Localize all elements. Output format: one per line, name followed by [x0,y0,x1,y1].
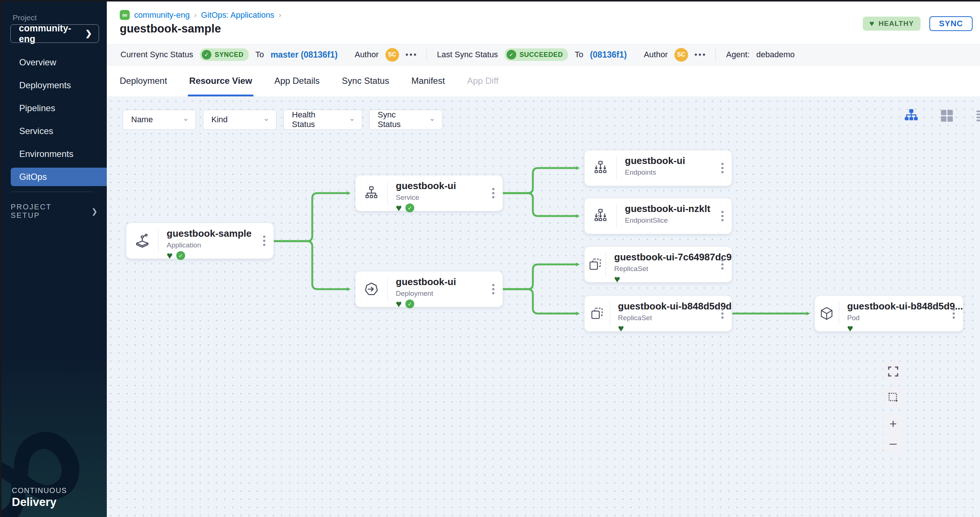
node-application-guestbook-sample[interactable]: guestbook-sample Application ♥ ✓ [126,223,274,259]
brand-continuous: CONTINUOUS [12,486,67,495]
node-status: ♥ ✓ [396,299,503,309]
node-kind: Pod [847,314,963,322]
tab-sync-status[interactable]: Sync Status [342,65,389,97]
resource-graph-canvas[interactable]: Name ⌄ Kind ⌄ Health Status ⌄ Sync Statu… [107,97,980,517]
replicaset-icon [585,296,610,331]
succeeded-badge: ✓ SUCCEEDED [505,48,568,61]
last-sync-target-link[interactable]: (08136f1) [590,50,627,60]
node-kind: ReplicaSet [614,265,732,273]
sidebar-item-services[interactable]: Services [11,122,107,140]
module-brand: CONTINUOUS Delivery [12,486,67,509]
synced-badge: ✓ SYNCED [200,48,249,61]
tab-resource-view[interactable]: Resource View [189,65,252,97]
node-kind: Deployment [396,290,503,298]
heart-icon: ♥ [870,19,874,28]
author-avatar[interactable]: SC [385,48,399,62]
header-actions: ♥ HEALTHY SYNC [863,16,973,31]
agent-value: debademo [756,50,795,59]
tab-manifest[interactable]: Manifest [411,65,445,97]
health-status-badge: ♥ HEALTHY [863,17,921,31]
author-label: Author [355,50,379,59]
tab-bar: Deployment Resource View App Details Syn… [107,65,980,97]
pod-icon [815,296,839,331]
healthy-heart-icon: ♥ [618,324,624,333]
chevron-right-icon: ❯ [85,29,92,38]
sidebar-divider [11,192,94,192]
sidebar-item-environments[interactable]: Environments [11,145,107,163]
tab-app-diff[interactable]: App Diff [467,65,498,97]
author-label: Author [644,50,668,59]
ellipsis-menu-icon[interactable] [695,54,705,56]
page-title: guestbook-sample [120,22,221,35]
check-circle-icon: ✓ [202,50,212,59]
endpointslice-icon [585,198,616,234]
healthy-heart-icon: ♥ [396,299,402,309]
node-kebab-menu[interactable] [953,308,955,319]
node-kind: EndpointSlice [625,216,732,225]
node-kebab-menu[interactable] [492,188,495,198]
node-deployment-guestbook-ui[interactable]: guestbook-ui Deployment ♥ ✓ [355,271,503,307]
replicaset-icon [585,247,606,282]
node-kebab-menu[interactable] [263,236,265,246]
node-pod-guestbook-ui-b848d5d9[interactable]: guestbook-ui-b848d5d9... Pod ♥ [815,295,963,331]
sidebar-item-deployments[interactable]: Deployments [11,76,107,95]
sync-button[interactable]: SYNC [929,16,973,31]
breadcrumb-project-link[interactable]: community-eng [134,10,189,20]
node-kebab-menu[interactable] [492,284,495,294]
node-endpointslice-guestbook-ui-nzklt[interactable]: guestbook-ui-nzklt EndpointSlice [584,198,732,234]
healthy-heart-icon: ♥ [614,274,620,284]
node-title: guestbook-ui [396,276,503,288]
ellipsis-menu-icon[interactable] [406,54,416,56]
node-service-guestbook-ui[interactable]: guestbook-ui Service ♥ ✓ [355,175,503,211]
node-status: ♥ [618,323,732,333]
node-kebab-menu[interactable] [721,308,724,319]
page-header: ∞ community-eng › GitOps: Applications ›… [107,2,980,44]
gitops-application-page: ∞ Project community-eng ❯ Overview Deplo… [0,0,980,517]
tab-app-details[interactable]: App Details [274,65,320,97]
last-sync-status-label: Last Sync Status [437,50,498,59]
node-title: guestbook-ui-7c64987dc9 [614,252,732,263]
sidebar-nav: Overview Deployments Pipelines Services … [2,53,107,190]
endpoints-icon [585,150,616,186]
sidebar-item-overview[interactable]: Overview [11,53,107,71]
project-selector[interactable]: community-eng ❯ [10,24,99,43]
synced-check-icon: ✓ [406,300,414,308]
gitops-infinity-icon: ∞ [120,10,130,20]
node-title: guestbook-sample [167,228,274,239]
node-replicaset-guestbook-ui-b848d5d9d[interactable]: guestbook-ui-b848d5d9d ReplicaSet ♥ [584,295,732,331]
sidebar: ∞ Project community-eng ❯ Overview Deplo… [2,2,107,517]
breadcrumb: ∞ community-eng › GitOps: Applications › [120,10,281,20]
check-circle-icon: ✓ [507,50,516,59]
project-label: Project [13,13,37,22]
brand-delivery: Delivery [12,496,67,509]
node-kebab-menu[interactable] [721,163,724,173]
node-title: guestbook-ui [625,155,732,167]
breadcrumb-applications-link[interactable]: GitOps: Applications [201,10,274,20]
synced-check-icon: ✓ [176,251,185,260]
node-kind: Endpoints [625,168,732,176]
author-avatar[interactable]: SC [675,48,688,62]
tab-deployment[interactable]: Deployment [120,65,167,97]
node-replicaset-guestbook-ui-7c64987dc9[interactable]: guestbook-ui-7c64987dc9 ReplicaSet ♥ [584,246,732,282]
vertical-divider [426,49,427,60]
project-setup-toggle[interactable]: PROJECT SETUP ❯︎ [11,203,97,220]
node-endpoints-guestbook-ui[interactable]: guestbook-ui Endpoints [584,150,732,186]
node-title: guestbook-ui-nzklt [625,203,732,214]
synced-check-icon: ✓ [406,203,414,213]
to-label: To [255,50,264,59]
node-kebab-menu[interactable] [721,259,724,270]
to-label: To [574,50,583,59]
node-kind: ReplicaSet [618,314,732,322]
current-sync-target-link[interactable]: master (08136f1) [270,50,338,60]
main-area: ∞ community-eng › GitOps: Applications ›… [107,2,980,517]
node-kind: Application [167,241,274,249]
sidebar-item-gitops[interactable]: GitOps [11,168,107,186]
chevron-down-icon: ❯︎ [91,207,97,216]
sidebar-item-pipelines[interactable]: Pipelines [11,99,107,117]
node-title: guestbook-ui-b848d5d9... [847,301,963,312]
node-kind: Service [396,193,503,201]
node-kebab-menu[interactable] [721,211,724,221]
breadcrumb-separator: › [194,11,197,19]
sync-status-bar: Current Sync Status ✓ SYNCED To master (… [107,44,980,65]
node-status: ♥ ✓ [396,203,503,213]
